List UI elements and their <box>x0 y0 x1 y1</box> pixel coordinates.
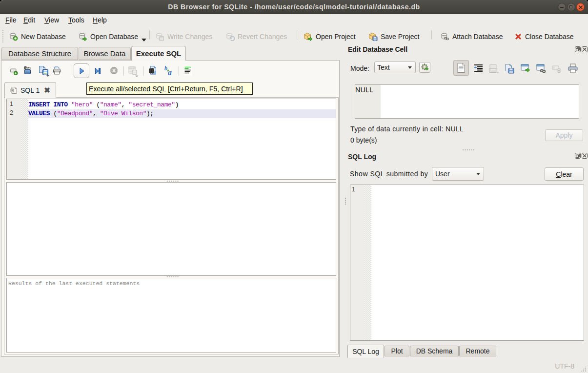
svg-text:a: a <box>168 68 172 76</box>
svg-text:b: b <box>164 65 167 72</box>
